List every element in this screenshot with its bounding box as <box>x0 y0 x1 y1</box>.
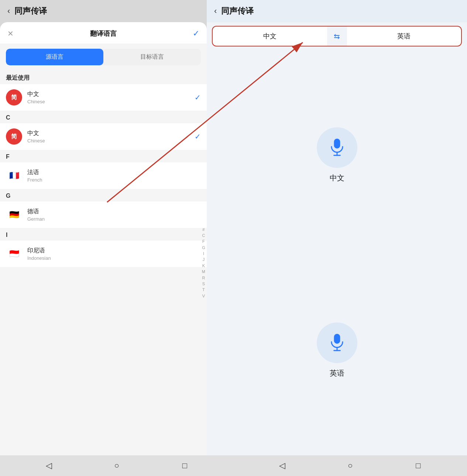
source-mic-block: 中文 <box>317 127 357 183</box>
lang-selector-wrapper: 中文 ⇆ 英语 <box>207 22 467 50</box>
dialog-close-button[interactable]: ✕ <box>7 29 14 38</box>
check-icon-recent: ✓ <box>195 93 201 102</box>
list-item[interactable]: 🇫🇷 法语 French <box>0 162 207 189</box>
list-item[interactable]: 简 中文 Chinese ✓ <box>0 84 207 111</box>
lang-name-indonesian: 印尼语 <box>27 247 201 255</box>
section-i-header: I <box>0 228 207 241</box>
target-lang-tab[interactable]: 目标语言 <box>103 49 201 65</box>
left-header-title: 同声传译 <box>14 6 47 17</box>
section-c-header: C <box>0 111 207 123</box>
back-nav-left[interactable]: ◁ <box>41 458 56 473</box>
section-i-list: 🇮🇩 印尼语 Indonesian <box>0 241 207 267</box>
section-c-list: 简 中文 Chinese ✓ <box>0 123 207 150</box>
swap-icon: ⇆ <box>334 32 340 41</box>
france-icon: 🇫🇷 <box>6 168 22 184</box>
section-g-list: 🇩🇪 德语 German <box>0 201 207 228</box>
right-nav-bar: ◁ ○ □ <box>234 455 467 476</box>
source-lang-tab[interactable]: 源语言 <box>6 49 103 65</box>
source-lang-selector[interactable]: 中文 <box>213 29 327 44</box>
section-f-list: 🇫🇷 法语 French <box>0 162 207 189</box>
section-f-header: F <box>0 150 207 162</box>
lang-name-chinese-recent-en: Chinese <box>27 99 195 104</box>
dialog-confirm-button[interactable]: ✓ <box>193 29 199 38</box>
left-nav-bar: ◁ ○ □ <box>0 455 234 476</box>
svg-rect-0 <box>334 139 340 149</box>
svg-rect-3 <box>334 334 340 344</box>
home-nav-left[interactable]: ○ <box>109 458 124 473</box>
germany-icon: 🇩🇪 <box>6 207 22 223</box>
target-mic-label: 英语 <box>330 368 344 378</box>
indonesia-icon: 🇮🇩 <box>6 246 22 262</box>
chinese-icon-c: 简 <box>6 128 22 145</box>
dialog-title: 翻译语言 <box>90 29 117 38</box>
target-mic-block: 英语 <box>317 322 357 378</box>
recent-lang-list: 简 中文 Chinese ✓ <box>0 84 207 111</box>
target-lang-selector[interactable]: 英语 <box>347 29 461 44</box>
section-g-header: G <box>0 189 207 201</box>
recent-section-header: 最近使用 <box>0 70 207 84</box>
back-icon-left[interactable]: ‹ <box>7 6 10 16</box>
lang-name-chinese-c-en: Chinese <box>27 138 195 144</box>
swap-button[interactable]: ⇆ <box>327 27 347 46</box>
back-nav-right[interactable]: ◁ <box>275 458 290 473</box>
home-nav-right[interactable]: ○ <box>343 458 358 473</box>
source-mic-label: 中文 <box>330 173 344 183</box>
lang-name-french-en: French <box>27 177 201 183</box>
lang-name-chinese-recent: 中文 <box>27 90 195 98</box>
alpha-index-sidebar[interactable]: # C F G I J K M R S T V <box>202 227 205 299</box>
lang-selector-bar: 中文 ⇆ 英语 <box>212 26 462 46</box>
lang-name-french: 法语 <box>27 169 201 176</box>
lang-name-german: 德语 <box>27 208 201 215</box>
recents-nav-right[interactable]: □ <box>411 458 426 473</box>
lang-name-chinese-c: 中文 <box>27 130 195 137</box>
recents-nav-left[interactable]: □ <box>177 458 192 473</box>
right-header-title: 同声传译 <box>221 6 254 17</box>
chinese-icon: 简 <box>6 89 22 106</box>
target-mic-button[interactable] <box>317 322 357 363</box>
lang-toggle: 源语言 目标语言 <box>6 49 201 65</box>
lang-name-indonesian-en: Indonesian <box>27 255 201 261</box>
list-item[interactable]: 简 中文 Chinese ✓ <box>0 123 207 150</box>
back-icon-right[interactable]: ‹ <box>214 6 217 16</box>
mic-section: 中文 英语 <box>207 50 467 455</box>
list-item[interactable]: 🇩🇪 德语 German <box>0 201 207 228</box>
source-mic-button[interactable] <box>317 127 357 168</box>
check-icon-c: ✓ <box>195 132 201 141</box>
lang-name-german-en: German <box>27 216 201 222</box>
list-item[interactable]: 🇮🇩 印尼语 Indonesian <box>0 241 207 267</box>
